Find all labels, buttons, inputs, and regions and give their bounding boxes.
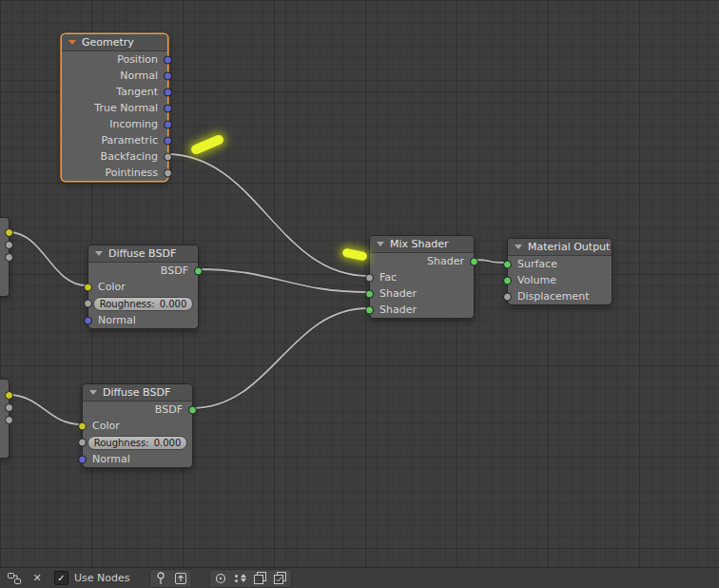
- input-label: Shader: [379, 287, 417, 300]
- node-geometry-header[interactable]: Geometry: [62, 34, 167, 51]
- input-label: Normal: [92, 453, 130, 465]
- socket-color-input[interactable]: [78, 421, 87, 430]
- output-label: True Normal: [94, 102, 158, 114]
- collapse-icon[interactable]: [377, 242, 384, 246]
- socket-fac-input[interactable]: [365, 273, 374, 282]
- node-link[interactable]: [9, 232, 87, 285]
- unlink-button[interactable]: ✕: [28, 570, 47, 587]
- node-link[interactable]: [9, 395, 81, 424]
- node-title: Mix Shader: [390, 238, 449, 250]
- pin-icon: [154, 571, 167, 586]
- roughness-slider[interactable]: Roughness: 0.000: [93, 297, 193, 311]
- paste-icon: [273, 571, 287, 585]
- paste-nodes-button[interactable]: [271, 570, 290, 587]
- snap-element-dropdown[interactable]: [231, 570, 250, 587]
- node-geometry[interactable]: Geometry Position Normal Tangent True No…: [61, 33, 168, 182]
- close-icon: ✕: [32, 573, 41, 583]
- copy-icon: [253, 571, 267, 585]
- offscreen-node-bottom[interactable]: [0, 379, 10, 459]
- node-diffuse-bottom-header[interactable]: Diffuse BSDF: [83, 384, 192, 402]
- editor-type-button[interactable]: [5, 570, 24, 587]
- socket-bsdf-output[interactable]: [194, 266, 203, 275]
- node-editor-icon: [7, 571, 22, 586]
- collapse-icon[interactable]: [95, 251, 103, 256]
- node-diffuse-bsdf-top[interactable]: Diffuse BSDF BSDF Color Roughness: 0.000…: [87, 245, 199, 329]
- socket-displacement-input[interactable]: [503, 292, 512, 301]
- socket-offscreen-value-output[interactable]: [5, 416, 13, 424]
- socket-color-input[interactable]: [84, 283, 92, 291]
- node-mix-shader-header[interactable]: Mix Shader: [370, 236, 474, 253]
- socket-offscreen-value-output[interactable]: [5, 241, 13, 249]
- node-title: Geometry: [82, 36, 134, 49]
- socket-pointiness-output[interactable]: [164, 168, 172, 177]
- socket-roughness-input[interactable]: [84, 300, 92, 308]
- input-label: Shader: [379, 304, 417, 316]
- snap-copy-group: [209, 569, 292, 588]
- socket-incoming-output[interactable]: [164, 120, 172, 128]
- node-mix-shader[interactable]: Mix Shader Shader Fac Shader Shader: [369, 235, 475, 319]
- pin-button[interactable]: [151, 570, 170, 587]
- output-label: Parametric: [101, 134, 158, 147]
- slider-label: Roughness:: [100, 299, 155, 309]
- socket-tangent-output[interactable]: [164, 88, 172, 96]
- output-label: Incoming: [109, 118, 158, 130]
- input-label: Surface: [517, 258, 557, 270]
- collapse-icon[interactable]: [515, 245, 522, 249]
- pin-parent-group: [149, 569, 192, 588]
- input-label: Volume: [517, 274, 556, 286]
- slider-label: Roughness:: [94, 438, 149, 448]
- go-parent-button[interactable]: [171, 570, 190, 587]
- slider-value: 0.000: [160, 299, 187, 309]
- collapse-icon[interactable]: [68, 40, 76, 45]
- use-nodes-checkbox[interactable]: ✓ Use Nodes: [54, 571, 130, 585]
- socket-surface-input[interactable]: [503, 260, 512, 268]
- socket-normal-input[interactable]: [78, 455, 87, 463]
- socket-shader2-input[interactable]: [365, 305, 374, 314]
- node-material-output[interactable]: Material Output Surface Volume Displacem…: [507, 238, 612, 305]
- input-label: Color: [92, 420, 120, 432]
- slider-value: 0.000: [154, 438, 182, 448]
- snap-element-icon: [235, 575, 238, 582]
- snap-toggle-button[interactable]: [211, 570, 230, 587]
- node-diffuse-top-header[interactable]: Diffuse BSDF: [88, 245, 198, 263]
- snap-icon: [214, 572, 227, 585]
- collapse-icon[interactable]: [89, 390, 97, 395]
- node-editor-header-bar: ✕ ✓ Use Nodes: [0, 567, 719, 588]
- input-label: Normal: [98, 314, 136, 326]
- socket-true-normal-output[interactable]: [164, 104, 172, 112]
- output-label: Tangent: [116, 86, 158, 98]
- socket-offscreen-color-output[interactable]: [5, 391, 13, 400]
- socket-roughness-input[interactable]: [78, 439, 87, 447]
- use-nodes-label: Use Nodes: [74, 572, 130, 584]
- socket-normal-input[interactable]: [84, 316, 92, 324]
- socket-shader-output[interactable]: [470, 257, 478, 265]
- socket-parametric-output[interactable]: [164, 136, 172, 145]
- output-label: Normal: [120, 69, 158, 82]
- output-label: Pointiness: [105, 167, 158, 179]
- socket-normal-output[interactable]: [164, 71, 172, 80]
- socket-bsdf-output[interactable]: [188, 405, 197, 414]
- copy-nodes-button[interactable]: [251, 570, 270, 587]
- checkbox-icon: ✓: [54, 571, 68, 585]
- node-title: Diffuse BSDF: [103, 386, 170, 399]
- socket-offscreen-color-output[interactable]: [5, 228, 13, 237]
- socket-shader1-input[interactable]: [365, 289, 374, 298]
- parent-tree-icon: [173, 571, 188, 586]
- socket-backfacing-output[interactable]: [164, 152, 172, 161]
- output-label: BSDF: [155, 403, 183, 416]
- output-label: Backfacing: [101, 150, 158, 163]
- chevron-up-down-icon: [241, 574, 246, 582]
- socket-offscreen-value-output[interactable]: [5, 403, 13, 412]
- output-label: Position: [117, 53, 158, 66]
- output-label: Shader: [427, 255, 464, 267]
- offscreen-node-top[interactable]: [0, 217, 10, 297]
- socket-position-output[interactable]: [164, 55, 172, 64]
- socket-offscreen-value-output[interactable]: [5, 253, 13, 262]
- socket-volume-input[interactable]: [503, 276, 512, 284]
- node-material-output-header[interactable]: Material Output: [508, 239, 612, 256]
- roughness-slider[interactable]: Roughness: 0.000: [87, 436, 187, 450]
- check-mark: ✓: [57, 574, 65, 583]
- node-editor-canvas[interactable]: Geometry Position Normal Tangent True No…: [0, 0, 719, 567]
- node-link[interactable]: [192, 308, 368, 408]
- node-diffuse-bsdf-bottom[interactable]: Diffuse BSDF BSDF Color Roughness: 0.000…: [82, 383, 193, 468]
